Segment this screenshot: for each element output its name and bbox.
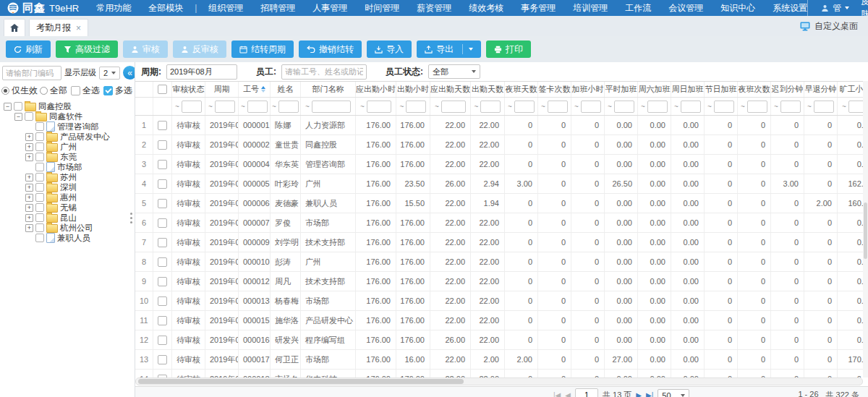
last-page-button[interactable]: ▶| bbox=[646, 391, 653, 397]
period-input[interactable] bbox=[166, 64, 237, 80]
tree-node-checkbox[interactable] bbox=[35, 234, 44, 242]
tree-node[interactable]: −同鑫软件 bbox=[1, 111, 135, 121]
nav-item-0[interactable]: 常用功能 bbox=[96, 2, 131, 14]
all-radio[interactable] bbox=[40, 87, 48, 95]
table-row[interactable]: 1待审核2019年08月000001陈娜人力资源部176.00176.0022.… bbox=[135, 116, 868, 135]
horizontal-scrollbar[interactable] bbox=[135, 377, 863, 385]
tree-node-checkbox[interactable] bbox=[35, 193, 44, 202]
tree-node[interactable]: +昆山 bbox=[1, 213, 135, 223]
table-row[interactable]: 7待审核2019年08月000009刘学明技术支持部176.00176.0022… bbox=[135, 233, 868, 252]
column-filter-input[interactable] bbox=[714, 101, 734, 113]
column-filter-input[interactable] bbox=[406, 101, 426, 113]
tree-node[interactable]: 兼职人员 bbox=[1, 233, 135, 243]
tree-node-checkbox[interactable] bbox=[35, 163, 44, 171]
column-header-15[interactable]: 节日加班 bbox=[705, 82, 738, 97]
row-checkbox[interactable] bbox=[158, 336, 167, 345]
horizontal-scrollbar-thumb[interactable] bbox=[138, 379, 464, 384]
nav-item-7[interactable]: 绩效考核 bbox=[469, 2, 503, 14]
splitter-grip[interactable] bbox=[130, 213, 132, 215]
vertical-scrollbar[interactable] bbox=[863, 81, 868, 377]
refresh-button[interactable]: 刷新 bbox=[6, 40, 51, 58]
row-checkbox[interactable] bbox=[158, 296, 167, 306]
expand-plus-icon[interactable]: + bbox=[25, 133, 33, 141]
collapse-minus-icon[interactable]: − bbox=[4, 103, 12, 111]
nav-item-1[interactable]: 全部模块 bbox=[148, 2, 183, 14]
undo-carry-forward-button[interactable]: 撤销结转 bbox=[299, 40, 362, 58]
column-filter-input[interactable] bbox=[278, 101, 299, 113]
expand-plus-icon[interactable]: + bbox=[25, 204, 33, 212]
tree-node-label[interactable]: 苏州 bbox=[60, 172, 77, 183]
expand-plus-icon[interactable]: + bbox=[25, 143, 33, 151]
collapse-minus-icon[interactable]: − bbox=[14, 113, 22, 121]
nav-item-9[interactable]: 培训管理 bbox=[573, 2, 608, 14]
tree-node-checkbox[interactable] bbox=[14, 102, 22, 111]
employee-status-select[interactable]: 全部 bbox=[428, 64, 480, 79]
column-header-14[interactable]: 周日加班 bbox=[671, 82, 705, 97]
column-filter-input[interactable] bbox=[215, 101, 235, 113]
tree-node-label[interactable]: 广州 bbox=[60, 142, 77, 153]
tree-node-label[interactable]: 杭州公司 bbox=[60, 223, 93, 234]
tree-node-checkbox[interactable] bbox=[35, 223, 44, 232]
column-filter-input[interactable] bbox=[367, 101, 391, 113]
tree-node-checkbox[interactable] bbox=[35, 203, 44, 212]
column-filter-input[interactable] bbox=[581, 101, 601, 113]
close-icon[interactable]: × bbox=[76, 24, 81, 33]
nav-item-11[interactable]: 会议管理 bbox=[668, 2, 703, 14]
level-select[interactable]: 2 bbox=[99, 67, 120, 80]
nav-item-12[interactable]: 知识中心 bbox=[720, 2, 755, 14]
column-filter-input[interactable] bbox=[780, 101, 801, 113]
collapse-panel-button[interactable]: « bbox=[123, 66, 135, 80]
column-filter-input[interactable] bbox=[514, 101, 535, 113]
table-row[interactable]: 13待审核2019年08月000017何卫正市场部176.0016.0022.0… bbox=[135, 350, 868, 370]
column-header-16[interactable]: 夜班次数 bbox=[738, 82, 771, 97]
row-checkbox[interactable] bbox=[158, 277, 167, 286]
table-row[interactable]: 11待审核2019年08月000015施华洛产品研发中心176.00176.00… bbox=[135, 311, 868, 330]
only-active-radio[interactable] bbox=[1, 87, 9, 95]
tree-node-label[interactable]: 同鑫软件 bbox=[49, 111, 82, 122]
tree-node-label[interactable]: 昆山 bbox=[60, 213, 77, 223]
row-checkbox[interactable] bbox=[158, 238, 167, 247]
column-header-7[interactable]: 应出勤天数 bbox=[430, 82, 471, 97]
column-filter-input[interactable] bbox=[681, 101, 701, 113]
tree-node[interactable]: 管理咨询部 bbox=[1, 121, 135, 132]
tree-node-checkbox[interactable] bbox=[35, 213, 44, 222]
tree-node-checkbox[interactable] bbox=[35, 173, 44, 182]
tree-node-checkbox[interactable] bbox=[35, 122, 44, 131]
table-row[interactable]: 4待审核2019年08月000005叶彩玲广州176.0023.5026.002… bbox=[135, 174, 868, 194]
row-checkbox[interactable] bbox=[158, 179, 167, 189]
expand-plus-icon[interactable]: + bbox=[25, 214, 33, 222]
column-filter-input[interactable] bbox=[747, 101, 767, 113]
tree-node-checkbox[interactable] bbox=[35, 142, 44, 151]
row-checkbox[interactable] bbox=[158, 199, 167, 208]
expand-plus-icon[interactable]: + bbox=[25, 153, 33, 161]
expand-plus-icon[interactable]: + bbox=[25, 184, 33, 192]
tree-node[interactable]: +东莞 bbox=[1, 152, 135, 162]
tree-node-checkbox[interactable] bbox=[35, 132, 44, 141]
column-filter-input[interactable] bbox=[247, 101, 268, 113]
tree-node-checkbox[interactable] bbox=[25, 112, 33, 121]
nav-item-5[interactable]: 时间管理 bbox=[365, 2, 399, 14]
column-header-2[interactable]: 工号 bbox=[239, 82, 271, 97]
tree-node[interactable]: +产品研发中心 bbox=[1, 132, 135, 142]
table-row[interactable]: 12待审核2019年08月000016研发兴程序编写组176.00176.002… bbox=[135, 330, 868, 350]
table-row[interactable]: 6待审核2019年08月000007罗俊市场部176.00176.0022.00… bbox=[135, 213, 868, 233]
nav-item-8[interactable]: 事务管理 bbox=[521, 2, 556, 14]
column-filter-input[interactable] bbox=[480, 101, 501, 113]
column-filter-input[interactable] bbox=[548, 101, 568, 113]
column-header-0[interactable]: 审核状态 bbox=[172, 82, 205, 97]
column-header-12[interactable]: 平时加班 bbox=[605, 82, 638, 97]
column-header-13[interactable]: 周六加班 bbox=[638, 82, 671, 97]
page-size-select[interactable]: 50 bbox=[658, 389, 689, 397]
nav-item-4[interactable]: 人事管理 bbox=[312, 2, 347, 14]
column-header-17[interactable]: 迟到分钟 bbox=[771, 82, 804, 97]
tree-node[interactable]: +苏州 bbox=[1, 172, 135, 182]
next-page-button[interactable]: ▶ bbox=[636, 391, 642, 397]
row-checkbox[interactable] bbox=[158, 160, 167, 169]
table-row[interactable]: 14待审核2019年08月000018市场冬华中科技176.00176.0022… bbox=[135, 370, 868, 377]
multi-select-checkbox[interactable] bbox=[103, 86, 113, 95]
column-header-9[interactable]: 夜班天数 bbox=[505, 82, 538, 97]
column-header-8[interactable]: 出勤天数 bbox=[471, 82, 505, 97]
column-header-11[interactable]: 加班小时 bbox=[571, 82, 605, 97]
column-header-10[interactable]: 签卡次数 bbox=[538, 82, 571, 97]
logo[interactable]: 同鑫 T9eHR bbox=[0, 1, 86, 15]
